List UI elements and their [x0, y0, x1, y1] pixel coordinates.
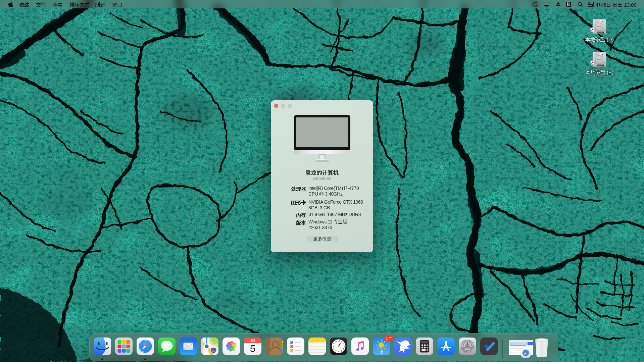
svg-text:11: 11 — [335, 341, 337, 343]
svg-text:280: 280 — [212, 350, 215, 352]
svg-text:10: 10 — [333, 343, 335, 345]
svg-text:4月: 4月 — [250, 339, 255, 342]
svg-text:12: 12 — [338, 340, 340, 342]
svg-text:5: 5 — [250, 343, 256, 354]
svg-text:晴: 晴 — [380, 349, 384, 355]
